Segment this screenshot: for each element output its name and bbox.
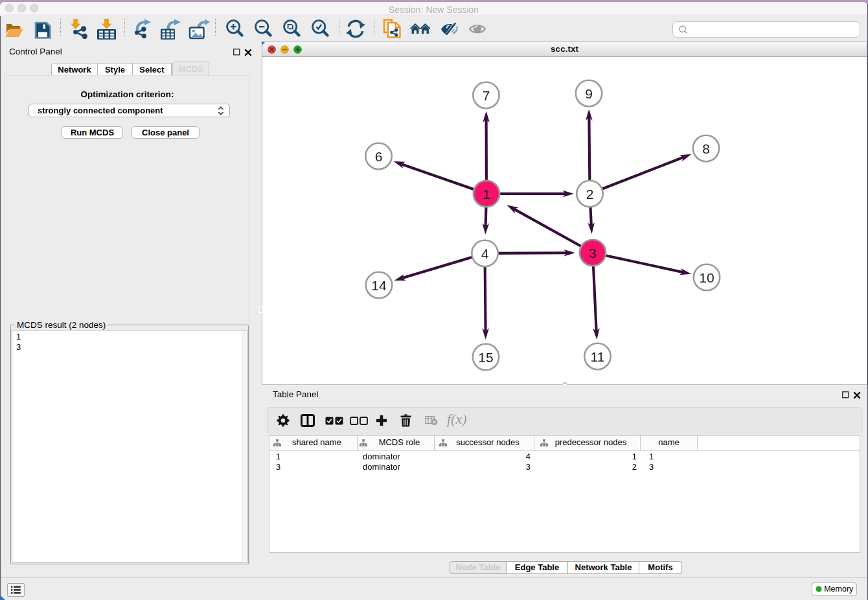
svg-text:7: 7 [483,88,490,103]
svg-text:9: 9 [585,86,593,101]
svg-text:3: 3 [589,246,597,260]
svg-text:6: 6 [375,149,383,164]
svg-text:4: 4 [481,246,489,261]
svg-text:10: 10 [699,270,714,285]
svg-text:2: 2 [586,187,594,202]
svg-text:15: 15 [478,350,493,365]
svg-text:8: 8 [702,141,710,156]
svg-text:1: 1 [483,187,490,202]
svg-text:14: 14 [371,278,387,293]
svg-text:11: 11 [591,349,605,364]
